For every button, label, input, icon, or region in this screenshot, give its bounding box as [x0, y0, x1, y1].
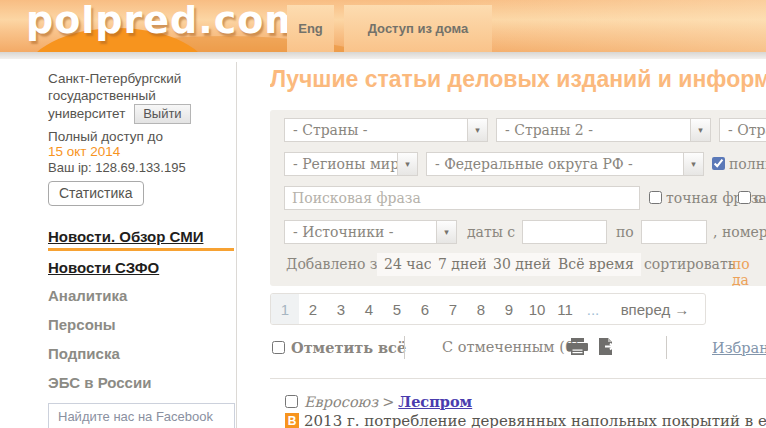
- page-number[interactable]: 8: [467, 294, 495, 324]
- chevron-down-icon[interactable]: ▾: [397, 153, 417, 175]
- org-line: государственный: [48, 88, 156, 103]
- page: polpred.com Eng Доступ из дома Санкт-Пет…: [0, 0, 766, 428]
- article-snippet: 2013 г. потребление деревянных напольных…: [304, 412, 766, 428]
- toolbar-divider: [666, 336, 667, 359]
- article-dropcap: В: [285, 413, 299, 428]
- active-nav-underline: [48, 248, 234, 251]
- world-regions-select[interactable]: - Регионы мира - ▾: [284, 152, 418, 176]
- statistics-button[interactable]: Статистика: [48, 181, 144, 206]
- second-option-checkbox[interactable]: [738, 191, 751, 204]
- sources-select[interactable]: - Источники - ▾: [284, 220, 457, 244]
- pagination-ellipsis[interactable]: ...: [579, 294, 607, 324]
- page-number[interactable]: 4: [355, 294, 383, 324]
- sidebar-item-analytics[interactable]: Аналитика: [48, 287, 236, 304]
- article-breadcrumb: Евросоюз>Леспром: [304, 393, 472, 410]
- org-line: университет: [48, 106, 125, 121]
- countries2-select[interactable]: - Страны 2 - ▾: [496, 118, 711, 142]
- logout-button[interactable]: Выйти: [134, 104, 191, 124]
- sidebar-item-news-szfo[interactable]: Новости СЗФО: [48, 259, 236, 276]
- page-number-current[interactable]: 1: [271, 294, 299, 324]
- export-icon[interactable]: [598, 338, 617, 359]
- select-all-checkbox[interactable]: [272, 341, 285, 354]
- sidebar: Санкт-Петербургский государственный унив…: [48, 70, 236, 403]
- content-divider: [270, 378, 766, 379]
- page-number[interactable]: 2: [299, 294, 327, 324]
- print-icon[interactable]: [567, 338, 588, 359]
- page-number[interactable]: 5: [383, 294, 411, 324]
- article-region: Евросоюз: [304, 394, 378, 410]
- access-until-label: Полный доступ до: [48, 129, 236, 144]
- sidebar-item-ebs-russia[interactable]: ЭБС в России: [48, 374, 236, 391]
- next-page-link[interactable]: вперед →: [607, 294, 703, 324]
- period-alltime-button[interactable]: Всё время: [551, 253, 641, 276]
- page-number[interactable]: 10: [523, 294, 551, 324]
- date-to-input[interactable]: [641, 220, 707, 244]
- sort-by-date-link[interactable]: по да: [732, 256, 766, 286]
- search-input[interactable]: [284, 186, 640, 210]
- fulltext-label: полны: [729, 156, 766, 172]
- exact-phrase-label: точная фраза: [666, 190, 766, 206]
- page-number[interactable]: 9: [495, 294, 523, 324]
- industries-select[interactable]: - Отрасл: [719, 118, 766, 142]
- date-from-label: даты с: [467, 224, 515, 240]
- sidebar-item-news-review[interactable]: Новости. Обзор СМИ: [48, 228, 236, 245]
- with-selected-label: С отмеченным (0):: [442, 339, 585, 355]
- tab-english[interactable]: Eng: [287, 5, 334, 52]
- date-from-input[interactable]: [522, 220, 607, 244]
- fulltext-checkbox[interactable]: [712, 157, 725, 170]
- page-number[interactable]: 7: [439, 294, 467, 324]
- user-ip: Ваш ip: 128.69.133.195: [48, 160, 236, 175]
- toolbar-divider: [404, 336, 405, 359]
- date-to-label: по: [616, 224, 634, 240]
- select-all-label: Отметить всё: [291, 339, 406, 356]
- tab-home-access[interactable]: Доступ из дома: [344, 5, 492, 52]
- favorites-link[interactable]: Избранн: [712, 340, 766, 356]
- filter-panel: - Страны - ▾ - Страны 2 - ▾ - Отрасл - Р…: [270, 110, 766, 286]
- added-for-label: Добавлено за: [286, 256, 386, 272]
- sort-label: сортировать: [644, 256, 735, 272]
- exact-phrase-checkbox[interactable]: [649, 191, 662, 204]
- article-checkbox[interactable]: [285, 395, 298, 408]
- access-expiry-date: 15 окт 2014: [48, 144, 236, 159]
- organization-name: Санкт-Петербургский государственный унив…: [48, 70, 236, 124]
- chevron-down-icon[interactable]: ▾: [467, 119, 487, 141]
- sidebar-item-persons[interactable]: Персоны: [48, 316, 236, 333]
- page-number[interactable]: 3: [327, 294, 355, 324]
- sidebar-divider: [236, 62, 237, 428]
- federal-districts-select[interactable]: - Федеральные округа РФ - ▾: [426, 152, 704, 176]
- article-category-link[interactable]: Леспром: [398, 393, 472, 410]
- chevron-down-icon[interactable]: ▾: [683, 153, 703, 175]
- period-7d-button[interactable]: 7 дней: [431, 253, 494, 276]
- page-number[interactable]: 11: [551, 294, 579, 324]
- org-line: Санкт-Петербургский: [48, 71, 181, 86]
- countries-select[interactable]: - Страны - ▾: [284, 118, 488, 142]
- breadcrumb-separator: >: [382, 394, 394, 410]
- chevron-down-icon[interactable]: ▾: [690, 119, 710, 141]
- site-logo[interactable]: polpred.com: [26, 0, 305, 42]
- facebook-widget-header[interactable]: Найдите нас на Facebook: [48, 403, 235, 428]
- sidebar-nav: Новости. Обзор СМИ Новости СЗФО Аналитик…: [48, 228, 236, 391]
- chevron-down-icon[interactable]: ▾: [436, 221, 456, 243]
- page-title: Лучшие статьи деловых изданий и информ: [270, 66, 766, 93]
- site-header: polpred.com Eng Доступ из дома: [0, 0, 766, 52]
- page-number[interactable]: 6: [411, 294, 439, 324]
- period-30d-button[interactable]: 30 дней: [486, 253, 558, 276]
- numbers-label: , номера: [713, 224, 766, 240]
- sidebar-item-subscription[interactable]: Подписка: [48, 345, 236, 362]
- pagination: 1 2 3 4 5 6 7 8 9 10 11 ... вперед →: [270, 293, 706, 325]
- header-bottom-strip: [0, 52, 766, 59]
- second-option-label: с: [754, 190, 762, 206]
